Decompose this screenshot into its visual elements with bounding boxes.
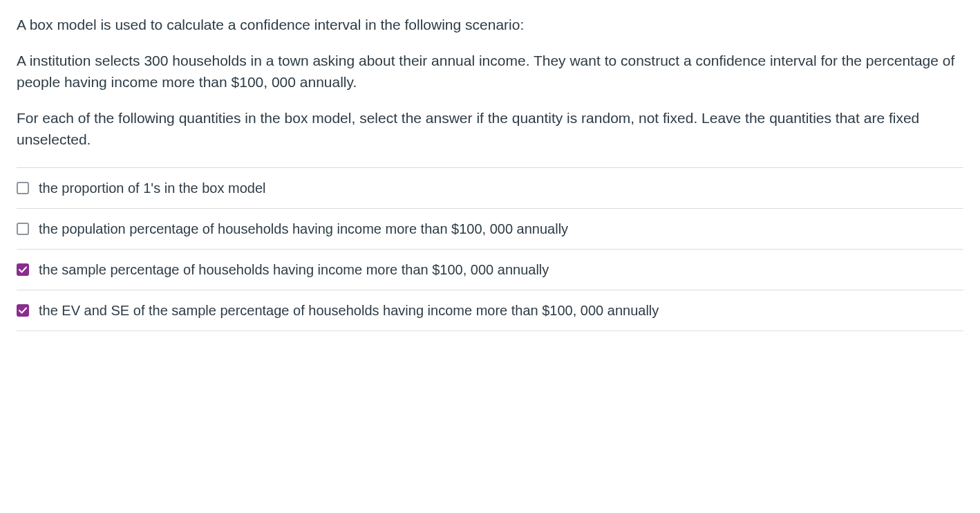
checkbox[interactable] bbox=[17, 263, 29, 276]
option-row[interactable]: the sample percentage of households havi… bbox=[17, 249, 963, 290]
option-row[interactable]: the proportion of 1's in the box model bbox=[17, 167, 963, 208]
question-paragraph-1: A box model is used to calculate a confi… bbox=[17, 14, 963, 36]
question-paragraph-3: For each of the following quantities in … bbox=[17, 107, 963, 151]
checkbox[interactable] bbox=[17, 304, 29, 317]
check-icon bbox=[19, 306, 27, 315]
check-icon bbox=[19, 265, 27, 274]
options-list: the proportion of 1's in the box model t… bbox=[17, 167, 963, 331]
option-label: the population percentage of households … bbox=[39, 218, 568, 239]
option-label: the proportion of 1's in the box model bbox=[39, 178, 265, 198]
option-label: the sample percentage of households havi… bbox=[39, 259, 549, 280]
option-row[interactable]: the population percentage of households … bbox=[17, 208, 963, 249]
checkbox[interactable] bbox=[17, 223, 29, 235]
option-label: the EV and SE of the sample percentage o… bbox=[39, 300, 659, 321]
question-paragraph-2: A institution selects 300 households in … bbox=[17, 50, 963, 93]
option-row[interactable]: the EV and SE of the sample percentage o… bbox=[17, 290, 963, 331]
question-text: A box model is used to calculate a confi… bbox=[17, 14, 963, 151]
checkbox[interactable] bbox=[17, 182, 29, 194]
